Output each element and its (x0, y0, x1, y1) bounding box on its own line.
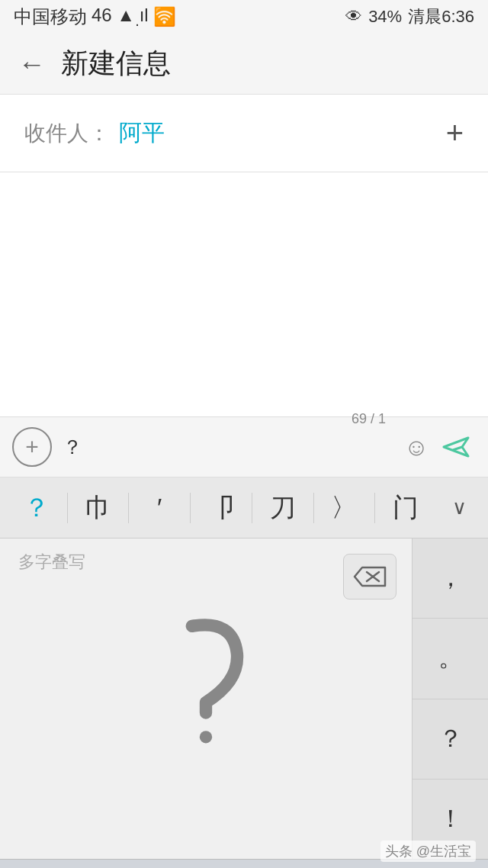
candidate-4[interactable]: 刀 (252, 477, 313, 538)
add-recipient-button[interactable]: + (446, 116, 464, 150)
qmark-svg (130, 606, 282, 758)
candidate-1[interactable]: 巾 (68, 477, 129, 538)
send-icon (441, 432, 471, 462)
carrier-label: 中国移动 (14, 5, 87, 29)
svg-marker-0 (444, 438, 468, 456)
message-input-wrap: 69 / 1 (63, 428, 386, 466)
recipient-label: 收件人： (24, 119, 110, 148)
input-toolbar: + 69 / 1 ☺ (0, 416, 488, 477)
candidate-2[interactable]: ′ (129, 477, 190, 538)
punct-comma[interactable]: ， (413, 538, 488, 619)
message-body[interactable] (0, 172, 488, 416)
punct-period[interactable]: 。 (413, 619, 488, 699)
watermark: 头条 @生活宝 (380, 841, 476, 862)
handwriting-area: 多字叠写 ， 。 ？ ！ (0, 538, 488, 859)
eye-icon: 👁 (345, 7, 362, 27)
punct-question[interactable]: ？ (413, 699, 488, 780)
status-right: 👁 34% 清晨6:36 (345, 5, 474, 28)
back-button[interactable]: ← (18, 48, 46, 80)
svg-line-1 (453, 447, 462, 450)
attachment-button[interactable]: + (12, 427, 52, 467)
handwriting-hint: 多字叠写 (18, 551, 85, 574)
recipient-row: 收件人： 阿平 + (0, 95, 488, 172)
battery-label: 34% (368, 7, 402, 27)
candidate-3[interactable]: 卩 (191, 477, 252, 538)
wifi-icon: 🛜 (153, 6, 176, 27)
punctuation-panel: ， 。 ？ ！ (412, 538, 488, 859)
time-label: 清晨6:36 (408, 5, 474, 28)
candidate-6[interactable]: 门 (375, 477, 436, 538)
backspace-icon (352, 564, 388, 589)
signal-label: 46 ▲.ıl (92, 5, 149, 30)
candidates-row: ？ 巾 ′ 卩 刀 〉 门 ∨ (0, 477, 488, 538)
candidate-5[interactable]: 〉 (314, 477, 375, 538)
delete-button[interactable] (343, 554, 396, 600)
char-count: 69 / 1 (352, 411, 386, 427)
top-nav: ← 新建信息 (0, 34, 488, 95)
message-input[interactable] (63, 428, 386, 466)
status-bar: 中国移动 46 ▲.ıl 🛜 👁 34% 清晨6:36 (0, 0, 488, 34)
send-button[interactable] (436, 427, 476, 467)
handwriting-canvas[interactable]: 多字叠写 (0, 538, 412, 859)
drawn-character (130, 606, 282, 761)
recipient-name[interactable]: 阿平 (119, 117, 446, 149)
candidate-0[interactable]: ？ (6, 477, 67, 538)
svg-point-2 (200, 731, 212, 743)
emoji-button[interactable]: ☺ (396, 427, 436, 467)
page-title: 新建信息 (61, 45, 171, 82)
more-candidates-button[interactable]: ∨ (436, 496, 482, 519)
status-left: 中国移动 46 ▲.ıl 🛜 (14, 5, 176, 30)
